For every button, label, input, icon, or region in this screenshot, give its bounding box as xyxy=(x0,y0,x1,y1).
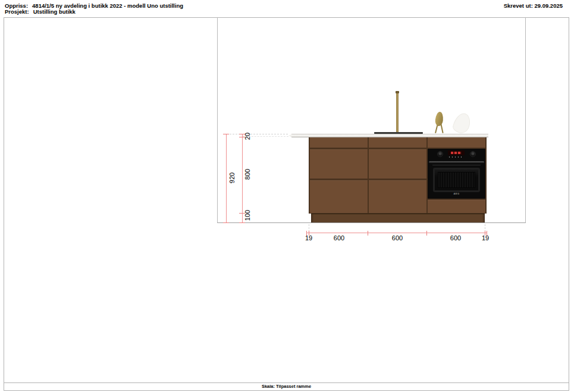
oven-display-segments xyxy=(451,152,462,154)
dimension-label-width: 600 xyxy=(447,234,465,242)
dimension-label-countertop: 20 xyxy=(244,127,251,145)
sculpture-head xyxy=(435,111,444,126)
drawer-front xyxy=(310,149,368,179)
faucet xyxy=(396,91,399,134)
printed-date: Skrevet ut: 29.09.2025 xyxy=(504,2,563,9)
dimension-label-width: 600 xyxy=(330,234,348,242)
drawer-front xyxy=(369,149,426,179)
oven-brand-label: AEG xyxy=(442,192,471,195)
dimension-tick xyxy=(223,134,229,134)
oven-door-edge xyxy=(432,165,481,165)
dimension-line-widths xyxy=(306,233,487,233)
dimension-label-width: 600 xyxy=(388,234,406,242)
dimension-tick xyxy=(368,231,368,236)
built-in-oven: AEG xyxy=(428,149,485,199)
drawer-front xyxy=(369,137,426,148)
dimension-tick xyxy=(426,231,427,236)
project-line: Prosjekt:Utstilling butikk xyxy=(5,8,76,15)
extension-line xyxy=(224,134,288,134)
drawer-front xyxy=(428,137,485,148)
dimension-line-total-height xyxy=(226,134,227,223)
dimension-label-width: 19 xyxy=(479,234,491,242)
drawer-front xyxy=(428,200,485,214)
dimension-label-cabinet-height: 800 xyxy=(244,165,251,183)
oven-handle xyxy=(429,161,484,163)
drawer-front xyxy=(369,180,426,214)
oven-window xyxy=(433,168,480,192)
dimension-label-total-height: 920 xyxy=(228,169,236,187)
oven-display xyxy=(448,150,465,155)
project-label: Prosjekt: xyxy=(5,8,29,15)
oven-knob-right xyxy=(470,151,476,157)
scale-label: Skala: Tilpasset ramme xyxy=(262,384,311,389)
dimension-tick xyxy=(223,222,229,223)
faucet-spout-icon xyxy=(396,91,399,93)
gold-sculpture xyxy=(434,112,445,133)
countertop xyxy=(288,134,488,137)
hob-board xyxy=(374,132,423,134)
scale-footer: Skala: Tilpasset ramme xyxy=(4,382,569,390)
dimension-label-width: 19 xyxy=(303,234,315,242)
oven-glass xyxy=(438,172,475,188)
oven-knob-left xyxy=(437,151,443,157)
cabinet-plinth xyxy=(311,214,485,222)
project-value: Utstilling butikk xyxy=(33,8,76,15)
drawer-front xyxy=(310,180,368,214)
dimension-line-heights xyxy=(242,134,243,223)
dimension-label-plinth: 100 xyxy=(244,206,251,224)
drawer-front xyxy=(310,137,368,148)
oven-touch-controls xyxy=(449,156,463,158)
